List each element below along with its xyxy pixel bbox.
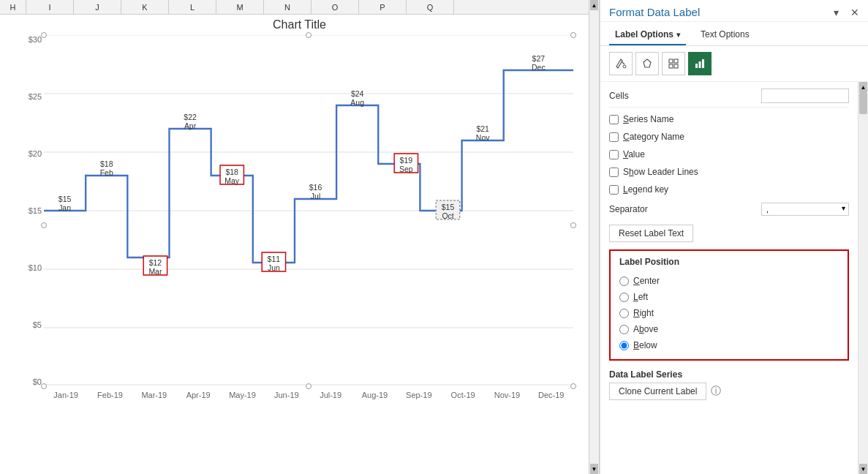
cells-input[interactable] — [761, 89, 849, 103]
svg-text:Aug: Aug — [350, 98, 364, 107]
svg-text:$21: $21 — [476, 124, 488, 133]
panel-scroll-content: Cells Series Name Category Name Value — [600, 82, 858, 474]
y-label-25: $25 — [29, 92, 42, 101]
x-label-apr: Apr-19 — [176, 391, 220, 399]
anchor-bottom-right[interactable] — [570, 383, 576, 389]
radio-below-input[interactable] — [619, 341, 629, 350]
checkbox-category-name-input[interactable] — [609, 132, 619, 142]
cells-row: Cells — [609, 85, 849, 108]
svg-text:$15: $15 — [442, 203, 454, 211]
y-axis: $30 $25 $20 $15 $10 $5 $0 — [16, 35, 42, 386]
svg-rect-41 — [674, 64, 678, 68]
clone-current-label-button[interactable]: Clone Current Label — [609, 383, 706, 400]
checkbox-legend-key-input[interactable] — [609, 185, 619, 195]
cells-label: Cells — [609, 91, 629, 101]
x-label-feb: Feb-19 — [88, 391, 132, 399]
panel-dropdown-icon[interactable]: ▾ — [834, 7, 839, 18]
barchart-btn[interactable] — [688, 52, 712, 75]
svg-text:$27: $27 — [532, 54, 545, 63]
anchor-top-mid[interactable] — [306, 32, 312, 38]
panel-scroll-up[interactable]: ▲ — [859, 82, 867, 92]
anchor-mid-right[interactable] — [570, 222, 576, 228]
radio-left: Left — [619, 289, 839, 305]
panel-scroll: Cells Series Name Category Name Value — [600, 82, 868, 474]
radio-center-input[interactable] — [619, 276, 629, 286]
radio-left-label: Left — [633, 292, 648, 302]
checkbox-legend-key-label: Legend key — [623, 184, 668, 195]
radio-center-label: Center — [633, 276, 660, 286]
icon-toolbar — [600, 46, 868, 82]
tab-label-options-arrow: ▾ — [676, 31, 680, 39]
tab-label-options[interactable]: Label Options ▾ — [609, 26, 686, 45]
col-l: L — [169, 0, 216, 14]
svg-point-36 — [623, 65, 626, 68]
x-label-oct: Oct-19 — [441, 391, 485, 399]
svg-text:Mar: Mar — [148, 267, 162, 276]
checkbox-legend-key: Legend key — [609, 181, 849, 198]
panel-scrollbar-thumb[interactable] — [859, 92, 867, 114]
radio-left-input[interactable] — [619, 293, 629, 302]
shape-btn[interactable] — [635, 52, 659, 75]
checkbox-show-leader-lines: Show Leader Lines — [609, 163, 849, 181]
anchor-bottom-left[interactable] — [41, 383, 47, 389]
svg-text:Dec: Dec — [532, 63, 546, 72]
y-label-10: $10 — [29, 263, 42, 272]
svg-text:$19: $19 — [400, 156, 412, 165]
x-axis: Jan-19 Feb-19 Mar-19 Apr-19 May-19 Jun-1… — [44, 388, 573, 415]
svg-text:$18: $18 — [225, 168, 238, 176]
radio-above-input[interactable] — [619, 325, 629, 334]
col-m: M — [216, 0, 264, 14]
x-label-may: May-19 — [220, 391, 264, 399]
panel-close-icon[interactable]: ✕ — [850, 7, 859, 18]
grid-btn[interactable] — [662, 52, 685, 75]
svg-rect-38 — [669, 59, 673, 63]
col-k: K — [121, 0, 169, 14]
col-j: J — [74, 0, 121, 14]
checkbox-value-input[interactable] — [609, 150, 619, 159]
col-n: N — [264, 0, 312, 14]
svg-text:Oct: Oct — [442, 211, 453, 220]
anchor-mid-left[interactable] — [41, 222, 47, 228]
reset-label-text-button[interactable]: Reset Label Text — [609, 225, 693, 242]
separator-dropdown[interactable]: , ; — [761, 203, 849, 216]
svg-text:$24: $24 — [351, 89, 363, 98]
clone-btn-row: Clone Current Label ⓘ — [609, 383, 849, 400]
tab-label-options-text: Label Options — [615, 29, 673, 40]
radio-right: Right — [619, 305, 839, 321]
checkbox-value-label: Value — [623, 149, 645, 159]
svg-text:$12: $12 — [149, 258, 162, 267]
x-label-sep: Sep-19 — [397, 391, 441, 399]
paint-bucket-btn[interactable] — [609, 52, 633, 75]
checkbox-show-leader-lines-input[interactable] — [609, 168, 619, 177]
vertical-scrollbar[interactable]: ▲ ▼ — [589, 0, 599, 474]
y-label-15: $15 — [29, 206, 42, 215]
svg-text:Sep: Sep — [399, 165, 413, 173]
panel-scroll-down[interactable]: ▼ — [859, 464, 867, 474]
anchor-top-left[interactable] — [41, 32, 47, 38]
radio-right-input[interactable] — [619, 309, 629, 318]
anchor-bottom-mid[interactable] — [306, 383, 312, 389]
svg-text:Nov: Nov — [476, 133, 490, 142]
panel-header: Format Data Label ▾ ✕ — [600, 0, 868, 22]
panel-tabs: Label Options ▾ Text Options — [600, 22, 868, 46]
tab-text-options[interactable]: Text Options — [695, 26, 755, 45]
checkbox-series-name-input[interactable] — [609, 115, 619, 124]
checkbox-show-leader-lines-label: Show Leader Lines — [623, 167, 698, 177]
y-label-5: $5 — [33, 320, 42, 329]
svg-rect-44 — [702, 59, 704, 68]
separator-dropdown-wrap: , ; — [761, 203, 849, 216]
svg-text:Jan: Jan — [59, 203, 71, 212]
x-label-dec: Dec-19 — [529, 391, 573, 399]
label-position-title: Label Position — [619, 257, 839, 267]
spreadsheet-area: H I J K L M N O P Q Chart Title $30 $25 … — [0, 0, 600, 474]
x-label-mar: Mar-19 — [132, 391, 176, 399]
svg-rect-39 — [674, 59, 678, 63]
anchor-top-right[interactable] — [570, 32, 576, 38]
svg-text:$11: $11 — [268, 255, 280, 263]
panel-scrollbar[interactable]: ▲ ▼ — [858, 82, 868, 474]
checkbox-value: Value — [609, 146, 849, 163]
format-panel: Format Data Label ▾ ✕ Label Options ▾ Te… — [600, 0, 868, 474]
label-position-box: Label Position Center Left Rig — [609, 249, 849, 361]
x-label-nov: Nov-19 — [485, 391, 529, 399]
checkbox-category-name: Category Name — [609, 128, 849, 146]
